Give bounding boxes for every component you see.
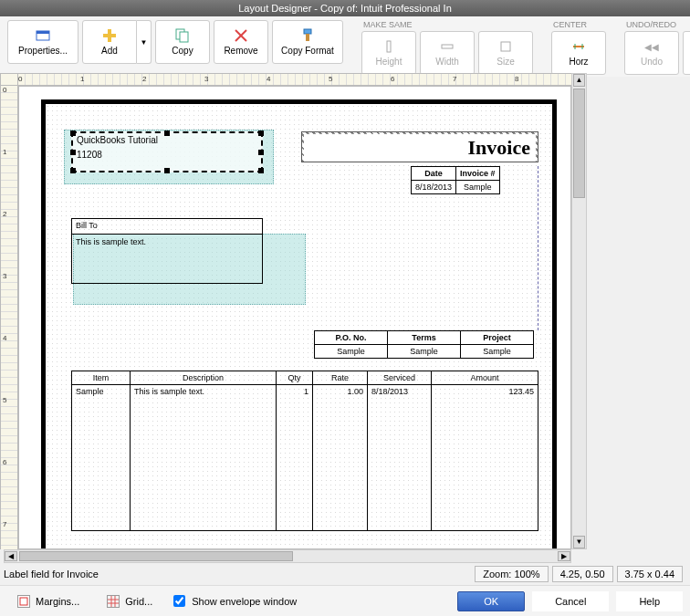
grid-button[interactable]: Grid... [97,590,162,612]
size-button[interactable]: Size [478,31,533,75]
po-val-project: Sample [461,345,534,359]
company-number: 11208 [77,150,102,160]
col-qty: Qty [277,371,313,385]
invoice-title-field[interactable]: Invoice [301,131,538,162]
svg-rect-9 [306,34,309,41]
add-icon [102,28,117,43]
width-icon [440,39,455,54]
horz-button[interactable]: Horz [551,31,606,75]
val-desc: This is sample text. [131,385,277,531]
undo-redo-label: UNDO/REDO [624,20,690,29]
svg-rect-1 [37,31,49,34]
val-amount: 123.45 [432,385,538,531]
ruler-corner [0,73,18,86]
grid-icon [107,595,120,608]
size-readout: 3.75 x 0.44 [617,566,683,582]
title-bar: Layout Designer - Copy of: Intuit Profes… [0,0,690,16]
scroll-thumb-v[interactable] [573,89,585,198]
company-name: QuickBooks Tutorial [77,135,158,145]
scroll-thumb-h[interactable] [19,551,293,561]
copy-format-icon [300,28,315,43]
header-table[interactable]: Date Invoice # 8/18/2013 Sample [411,166,500,194]
cancel-button[interactable]: Cancel [532,591,609,611]
remove-button[interactable]: Remove [214,20,268,64]
header-col-invoice: Invoice # [456,167,500,181]
make-same-label: MAKE SAME [361,20,533,29]
design-canvas[interactable]: QuickBooks Tutorial 11208 Invoice Date I… [18,86,571,549]
scroll-up-arrow[interactable]: ▲ [573,74,585,87]
val-serviced: 8/18/2013 [368,385,432,531]
svg-rect-3 [103,34,116,37]
add-label: Add [101,46,118,56]
col-serviced: Serviced [368,371,432,385]
status-label-field: Label field for Invoice [4,569,99,579]
bill-to-label: Bill To [76,221,98,230]
col-rate: Rate [313,371,368,385]
margins-icon [17,595,30,608]
scroll-right-arrow[interactable]: ▶ [558,551,570,561]
bill-to-box[interactable]: Bill To This is sample text. [71,218,263,284]
items-table[interactable]: Item Description Qty Rate Serviced Amoun… [71,371,538,531]
remove-label: Remove [224,46,257,56]
horizontal-scrollbar[interactable]: ◀ ▶ [4,549,571,563]
add-button[interactable]: Add [82,20,137,64]
copy-button[interactable]: Copy [155,20,210,64]
col-desc: Description [131,371,277,385]
ok-button[interactable]: OK [457,591,525,611]
redo-button[interactable]: ▶▶ Redo [683,31,690,75]
val-rate: 1.00 [313,385,368,531]
val-item: Sample [72,385,131,531]
add-dropdown[interactable]: ▼ [137,20,152,64]
margins-button[interactable]: Margins... [7,590,89,612]
copy-format-label: Copy Format [281,46,334,56]
envelope-checkbox[interactable]: Show envelope window [170,592,297,610]
svg-rect-12 [501,42,510,51]
undo-icon: ◀◀ [644,39,659,54]
toolbar: Properties... Add ▼ Copy Remove [0,16,690,77]
po-val-terms: Sample [388,345,461,359]
invoice-title: Invoice [304,134,536,162]
header-val-invoice: Sample [456,181,500,194]
po-col-project: Project [461,331,534,345]
svg-rect-11 [442,45,453,48]
po-col-pono: P.O. No. [315,331,388,345]
vertical-scrollbar[interactable]: ▲ ▼ [571,73,587,549]
guide-line [538,166,538,330]
scroll-left-arrow[interactable]: ◀ [5,551,17,561]
status-bar: Label field for Invoice Zoom: 100% 4.25,… [4,565,683,583]
position-readout: 4.25, 0.50 [552,566,613,582]
col-item: Item [72,371,131,385]
undo-button[interactable]: ◀◀ Undo [624,31,679,75]
copy-icon [175,28,190,43]
header-val-date: 8/18/2013 [412,181,456,194]
chevron-down-icon: ▼ [141,38,148,47]
properties-label: Properties... [18,46,68,56]
window-title: Layout Designer - Copy of: Intuit Profes… [238,3,452,14]
po-col-terms: Terms [388,331,461,345]
col-amount: Amount [432,371,538,385]
copy-format-button[interactable]: Copy Format [272,20,343,64]
val-qty: 1 [277,385,313,531]
zoom-control[interactable]: Zoom: 100% [475,566,548,582]
envelope-checkbox-input[interactable] [173,595,185,607]
bill-to-text: This is sample text. [76,237,146,246]
po-table[interactable]: P.O. No. Terms Project Sample Sample Sam… [314,330,534,359]
svg-rect-10 [387,41,391,52]
width-button[interactable]: Width [420,31,475,75]
help-button[interactable]: Help [616,591,683,611]
horizontal-ruler: 012345678 [18,73,571,86]
scroll-down-arrow[interactable]: ▼ [573,536,585,548]
remove-icon [234,28,248,43]
center-horz-icon [571,39,586,54]
header-col-date: Date [412,167,456,181]
company-field[interactable]: QuickBooks Tutorial 11208 [71,131,263,172]
height-button[interactable]: Height [361,31,416,75]
svg-rect-16 [20,598,27,605]
center-label: CENTER [551,20,606,29]
bottom-bar: Margins... Grid... Show envelope window … [0,585,690,616]
envelope-label: Show envelope window [192,596,297,607]
svg-rect-8 [304,29,311,34]
page[interactable]: QuickBooks Tutorial 11208 Invoice Date I… [41,99,557,549]
vertical-ruler: 01234567 [0,86,18,549]
properties-button[interactable]: Properties... [7,20,78,64]
